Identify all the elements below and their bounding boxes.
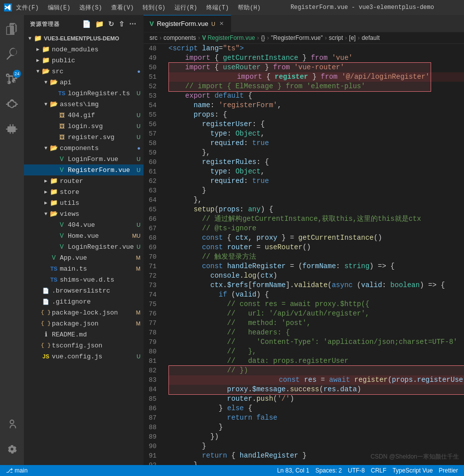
menu-file[interactable]: 文件(F) [12, 2, 43, 13]
src-badge: ● [137, 68, 141, 74]
tab-close-button[interactable]: ✕ [218, 20, 225, 27]
tree-item-loginsvg[interactable]: ▶ 🖼 login.svg U [24, 121, 144, 132]
status-language[interactable]: TypeScript Vue [392, 467, 433, 474]
breadcrumb-file[interactable]: V RegisterForm.vue [202, 34, 255, 41]
activity-icon-debug[interactable] [0, 92, 24, 116]
activity-icon-search[interactable] [0, 42, 24, 66]
ln-88: 88 [144, 423, 160, 432]
menu-terminal[interactable]: 终端(T) [202, 2, 233, 13]
ln-57: 57 [144, 129, 160, 139]
homevue-badge: MU [132, 233, 141, 239]
tree-item-loginregistervue[interactable]: ▶ V LoginRegister.vue U [24, 241, 144, 252]
code-line-83: const res = await register(props.registe… [168, 375, 464, 385]
tree-item-404vue[interactable]: ▶ V 404.vue U [24, 219, 144, 230]
tree-item-assets[interactable]: ▼ 📂 assets\img [24, 99, 144, 110]
sidebar-tree: ▼ 📁 VUE3-ELEMENTPLUS-DEMO ▶ 📁 node_modul… [24, 33, 144, 465]
tree-item-vueconfig[interactable]: ▶ JS vue.config.js U [24, 351, 144, 362]
menu-goto[interactable]: 转到(G) [139, 2, 169, 13]
ln-78: 78 [144, 328, 160, 337]
tree-item-browserslist[interactable]: ▶ 📄 .browserslistrc [24, 285, 144, 296]
tree-root[interactable]: ▼ 📁 VUE3-ELEMENTPLUS-DEMO [24, 33, 144, 44]
status-eol[interactable]: CRLF [371, 467, 386, 474]
node-modules-label: node_modules [52, 46, 144, 53]
tree-item-registerform[interactable]: ▶ V RegisterForm.vue U [24, 164, 144, 175]
tree-item-router[interactable]: ▶ 📁 router [24, 175, 144, 186]
status-position[interactable]: Ln 83, Col 1 [277, 467, 309, 474]
tree-item-api[interactable]: ▼ 📂 api [24, 77, 144, 88]
new-folder-icon[interactable]: 📁 [94, 19, 105, 29]
tab-registerform[interactable]: V RegisterForm.vue U ✕ [144, 15, 231, 32]
tree-item-tsconfig[interactable]: ▶ { } tsconfig.json [24, 340, 144, 351]
tree-item-packagejson[interactable]: ▶ { } package.json M [24, 318, 144, 329]
tree-item-shims[interactable]: ▶ TS shims-vue.d.ts [24, 274, 144, 285]
tree-item-loginregister[interactable]: ▶ TS loginRegister.ts U [24, 88, 144, 99]
activity-icon-account[interactable] [0, 412, 24, 436]
packagejson-badge: M [136, 320, 141, 326]
tree-item-readme[interactable]: ▶ ℹ README.md [24, 329, 144, 340]
tree-item-src[interactable]: ▼ 📂 src ● [24, 66, 144, 77]
menu-run[interactable]: 运行(R) [170, 2, 201, 13]
ln-53: 53 [144, 91, 160, 101]
collapse-all-icon[interactable]: ⇧ [118, 19, 126, 29]
activity-icon-explorer[interactable] [0, 17, 24, 41]
breadcrumb-script[interactable]: script [329, 34, 343, 41]
status-spaces[interactable]: Spaces: 2 [315, 467, 342, 474]
breadcrumb-default[interactable]: default [362, 34, 380, 41]
packagelock-label: package-lock.json [52, 309, 136, 317]
tree-item-public[interactable]: ▶ 📁 public [24, 55, 144, 66]
code-line-57: type: Object, [168, 129, 464, 139]
tree-item-maints[interactable]: ▶ TS main.ts M [24, 263, 144, 274]
public-label: public [52, 57, 144, 64]
ln-61: 61 [144, 167, 160, 176]
code-editor[interactable]: 48 49 50 51 52 53 54 55 56 57 58 59 60 6… [144, 44, 464, 465]
status-branch[interactable]: ⎇ main [6, 467, 27, 474]
tree-item-homevue[interactable]: ▶ V Home.vue MU [24, 230, 144, 241]
activity-icon-extensions[interactable] [0, 117, 24, 141]
activity-icon-settings[interactable] [0, 437, 24, 461]
maints-label: main.ts [60, 265, 136, 273]
tree-item-loginform[interactable]: ▶ V LoginForm.vue U [24, 154, 144, 164]
api-arrow: ▼ [42, 78, 50, 86]
tree-item-404gif[interactable]: ▶ 🖼 404.gif U [24, 110, 144, 121]
breadcrumb-obj[interactable]: {} [261, 34, 265, 41]
new-file-icon[interactable]: 📄 [81, 19, 92, 29]
title-bar-left [4, 3, 12, 11]
breadcrumb-components[interactable]: components [163, 34, 196, 41]
tree-item-components[interactable]: ▼ 📂 components ● [24, 143, 144, 154]
activity-icon-git[interactable]: 24 [0, 67, 24, 91]
tree-item-views[interactable]: ▼ 📂 views [24, 208, 144, 219]
code-content[interactable]: <script lang="ts"> import { getCurrentIn… [164, 44, 464, 465]
status-formatter[interactable]: Prettier [439, 467, 458, 474]
breadcrumb-src[interactable]: src [150, 34, 157, 41]
src-label: src [52, 68, 137, 75]
menu-view[interactable]: 查看(V) [107, 2, 138, 13]
vue-icon: V [58, 221, 66, 229]
tree-item-appvue[interactable]: ▶ V App.vue M [24, 252, 144, 263]
readme-label: README.md [52, 331, 144, 338]
menu-help[interactable]: 帮助(H) [234, 2, 265, 13]
tree-item-utils[interactable]: ▶ 📁 utils [24, 197, 144, 208]
breadcrumb: src › components › V RegisterForm.vue › … [144, 32, 464, 44]
tree-item-gitignore[interactable]: ▶ 📄 .gitignore [24, 296, 144, 307]
packagejson-label: package.json [52, 320, 136, 327]
code-line-69: const router = useRouter() [168, 243, 464, 252]
tree-item-store[interactable]: ▶ 📁 store [24, 186, 144, 197]
code-line-75: // const res = await proxy.$http({ [168, 300, 464, 309]
breadcrumb-e[interactable]: [e] [349, 34, 355, 41]
tree-item-packagelock[interactable]: ▶ { } package-lock.json M [24, 307, 144, 318]
breadcrumb-filename[interactable]: "RegisterForm.vue" [271, 34, 323, 41]
ln-81: 81 [144, 356, 160, 366]
ln-74: 74 [144, 290, 160, 300]
menu-edit[interactable]: 编辑(E) [44, 2, 75, 13]
404vue-label: 404.vue [68, 221, 137, 229]
ln-55: 55 [144, 110, 160, 120]
sidebar-header-icons[interactable]: 📄 📁 ↻ ⇧ ⋯ [81, 19, 138, 29]
json-icon: { } [42, 309, 50, 317]
tree-item-node-modules[interactable]: ▶ 📁 node_modules [24, 44, 144, 55]
title-bar-menu[interactable]: 文件(F) 编辑(E) 选择(S) 查看(V) 转到(G) 运行(R) 终端(T… [12, 2, 265, 13]
menu-select[interactable]: 选择(S) [75, 2, 106, 13]
status-encoding[interactable]: UTF-8 [348, 467, 365, 474]
refresh-icon[interactable]: ↻ [107, 19, 116, 29]
more-icon[interactable]: ⋯ [128, 19, 138, 29]
tree-item-registersvg[interactable]: ▶ 🖼 register.svg U [24, 132, 144, 143]
